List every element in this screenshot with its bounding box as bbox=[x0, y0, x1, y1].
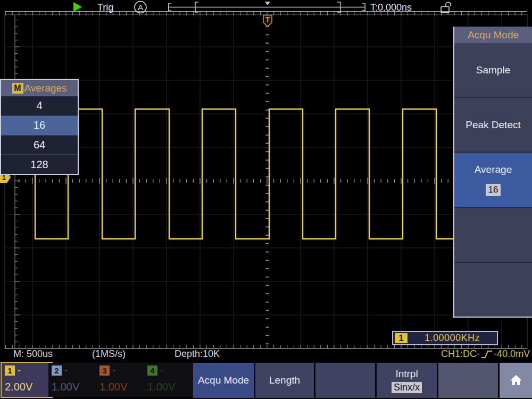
oscilloscope-screen: 1 T A Trig T:0.000ns 1 1.00000KHz M: 500… bbox=[0, 0, 532, 399]
channel-3-coupling: - bbox=[112, 365, 115, 376]
channel-1-badge: 1 bbox=[5, 365, 15, 376]
ch1-waveform-trace bbox=[5, 109, 527, 239]
m-knob-badge: M bbox=[12, 83, 23, 94]
sample-rate-readout: (1MS/s) bbox=[92, 348, 126, 360]
memory-position-triangle-icon bbox=[265, 2, 270, 5]
timebase-readout: M: 500us bbox=[13, 348, 53, 360]
softkey-acqu-mode-label: Acqu Mode bbox=[198, 375, 249, 386]
average-label: Average bbox=[475, 164, 512, 176]
channel-4-badge: 4 bbox=[147, 365, 157, 376]
averages-option-64[interactable]: 64 bbox=[1, 135, 78, 155]
trigger-source-text: CH1:DC- bbox=[441, 348, 480, 360]
softkey-acqu-mode[interactable]: Acqu Mode bbox=[193, 363, 254, 398]
trigger-position-marker-icon: T bbox=[263, 15, 272, 27]
softkey-intrpl-label: Intrpl bbox=[395, 368, 418, 380]
softkey-empty-1[interactable] bbox=[315, 363, 375, 398]
channel-3-block[interactable]: 3 - 1.00V bbox=[96, 363, 146, 397]
peak-detect-label: Peak Detect bbox=[466, 119, 521, 131]
averages-popup: M Averages 4 16 64 128 bbox=[0, 79, 79, 175]
auto-trigger-letter: A bbox=[138, 3, 143, 12]
channel-4-scale: 1.00V bbox=[147, 381, 194, 393]
frequency-counter: 1 1.00000KHz bbox=[392, 331, 498, 345]
trig-status-label: Trig bbox=[97, 1, 113, 14]
svg-text:1: 1 bbox=[2, 174, 6, 181]
menu-item-peak-detect[interactable]: Peak Detect bbox=[454, 97, 532, 152]
averages-option-16[interactable]: 16 bbox=[1, 115, 78, 135]
channel-2-badge: 2 bbox=[52, 365, 62, 376]
channel-3-scale: 1.00V bbox=[99, 381, 146, 393]
channel-4-coupling: - bbox=[160, 365, 163, 376]
topbar-icons: A bbox=[0, 0, 532, 15]
averages-popup-header: M Averages bbox=[1, 80, 78, 96]
softkey-length-label: Length bbox=[269, 375, 300, 386]
trigger-time-offset: T:0.000ns bbox=[370, 1, 412, 14]
svg-text:T: T bbox=[265, 15, 270, 24]
run-play-icon bbox=[73, 2, 82, 12]
menu-item-empty-2[interactable] bbox=[454, 262, 532, 317]
home-icon bbox=[509, 373, 523, 387]
acqu-mode-menu: Acqu Mode Sample Peak Detect Average 16 bbox=[453, 27, 532, 318]
averages-option-4[interactable]: 4 bbox=[1, 96, 78, 115]
softkey-intrpl-value: Sinx/x bbox=[392, 382, 422, 393]
channel-1-scale: 2.00V bbox=[5, 381, 52, 393]
softkey-intrpl[interactable]: Intrpl Sinx/x bbox=[377, 363, 437, 398]
rising-edge-icon bbox=[481, 349, 493, 360]
channel-4-block[interactable]: 4 - 1.00V bbox=[144, 363, 194, 397]
softkey-length[interactable]: Length bbox=[255, 363, 314, 398]
bottom-bar: 1 - 2.00V 2 - 1.00V 3 - 1.00V 4 - 1.00V bbox=[0, 362, 532, 399]
trigger-readout: CH1:DC- -40.0mV bbox=[441, 348, 530, 360]
channel-2-scale: 1.00V bbox=[52, 381, 98, 393]
channel-3-badge: 3 bbox=[99, 365, 110, 376]
menu-item-sample[interactable]: Sample bbox=[454, 43, 532, 97]
freq-counter-channel-badge: 1 bbox=[395, 333, 408, 343]
menu-item-average[interactable]: Average 16 bbox=[454, 152, 532, 206]
acqu-mode-menu-title: Acqu Mode bbox=[454, 27, 532, 43]
averages-option-128[interactable]: 128 bbox=[1, 154, 78, 174]
channel-1-block[interactable]: 1 - 2.00V bbox=[1, 362, 53, 398]
graticule-border bbox=[5, 15, 527, 349]
softkey-empty-2[interactable] bbox=[438, 363, 498, 398]
averages-popup-title: Averages bbox=[24, 82, 67, 94]
channel-1-coupling: - bbox=[18, 365, 21, 376]
trigger-level-text: -40.0mV bbox=[494, 348, 530, 360]
unlocked-padlock-icon bbox=[441, 2, 451, 13]
freq-counter-value: 1.00000KHz bbox=[408, 332, 497, 344]
channel-2-coupling: - bbox=[64, 365, 68, 376]
average-count-value: 16 bbox=[486, 184, 501, 196]
channel-2-block[interactable]: 2 - 1.00V bbox=[48, 363, 98, 397]
menu-item-empty-1[interactable] bbox=[454, 207, 532, 262]
record-depth-readout: Depth:10K bbox=[174, 348, 220, 360]
home-button[interactable] bbox=[500, 363, 532, 398]
sample-label: Sample bbox=[476, 64, 510, 76]
